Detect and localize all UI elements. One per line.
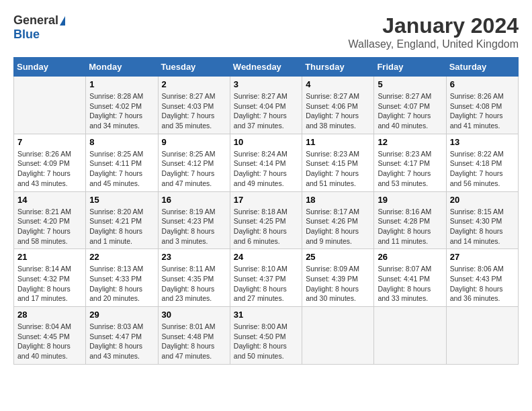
header-day-saturday: Saturday [446, 58, 518, 77]
day-info: Sunrise: 8:28 AMSunset: 4:02 PMDaylight:… [89, 91, 154, 131]
day-number: 6 [450, 79, 515, 89]
day-cell: 4Sunrise: 8:27 AMSunset: 4:06 PMDaylight… [302, 77, 374, 134]
day-info: Sunrise: 8:24 AMSunset: 4:14 PMDaylight:… [234, 149, 298, 189]
month-title: January 2024 [349, 13, 519, 38]
day-number: 5 [378, 79, 442, 89]
day-number: 9 [162, 137, 226, 147]
day-number: 26 [378, 252, 442, 262]
day-info: Sunrise: 8:15 AMSunset: 4:30 PMDaylight:… [450, 207, 515, 246]
day-info: Sunrise: 8:19 AMSunset: 4:23 PMDaylight:… [162, 207, 226, 246]
title-area: January 2024 Wallasey, England, United K… [349, 13, 519, 50]
day-info: Sunrise: 8:23 AMSunset: 4:17 PMDaylight:… [378, 149, 442, 189]
day-info: Sunrise: 8:27 AMSunset: 4:07 PMDaylight:… [378, 91, 442, 131]
day-number: 25 [306, 252, 370, 262]
header: General Blue January 2024 Wallasey, Engl… [13, 13, 519, 50]
day-number: 22 [89, 252, 154, 262]
day-number: 19 [378, 195, 442, 205]
day-cell: 9Sunrise: 8:25 AMSunset: 4:12 PMDaylight… [158, 134, 230, 191]
day-number: 17 [234, 195, 298, 205]
day-number: 7 [17, 137, 82, 147]
day-cell: 15Sunrise: 8:20 AMSunset: 4:21 PMDayligh… [86, 191, 158, 249]
day-number: 12 [378, 137, 442, 147]
day-number: 27 [450, 252, 515, 262]
day-number: 15 [89, 195, 154, 205]
day-number: 31 [234, 310, 298, 320]
day-cell [374, 307, 446, 365]
day-info: Sunrise: 8:27 AMSunset: 4:04 PMDaylight:… [234, 91, 298, 131]
day-info: Sunrise: 8:18 AMSunset: 4:25 PMDaylight:… [234, 207, 298, 246]
day-number: 14 [17, 195, 82, 205]
day-cell: 1Sunrise: 8:28 AMSunset: 4:02 PMDaylight… [86, 77, 158, 134]
day-number: 16 [162, 195, 226, 205]
day-number: 2 [162, 79, 226, 89]
day-info: Sunrise: 8:22 AMSunset: 4:18 PMDaylight:… [450, 149, 515, 189]
day-info: Sunrise: 8:00 AMSunset: 4:50 PMDaylight:… [234, 322, 298, 361]
day-cell: 13Sunrise: 8:22 AMSunset: 4:18 PMDayligh… [446, 134, 518, 191]
day-number: 11 [306, 137, 370, 147]
day-number: 28 [17, 310, 82, 320]
day-cell: 7Sunrise: 8:26 AMSunset: 4:09 PMDaylight… [14, 134, 86, 191]
day-cell: 10Sunrise: 8:24 AMSunset: 4:14 PMDayligh… [230, 134, 302, 191]
day-cell: 14Sunrise: 8:21 AMSunset: 4:20 PMDayligh… [14, 191, 86, 249]
week-row-1: 7Sunrise: 8:26 AMSunset: 4:09 PMDaylight… [14, 134, 519, 191]
logo: General Blue [13, 13, 65, 42]
logo-blue-text: Blue [13, 28, 40, 42]
day-number: 24 [234, 252, 298, 262]
day-info: Sunrise: 8:25 AMSunset: 4:11 PMDaylight:… [89, 149, 154, 189]
week-row-2: 14Sunrise: 8:21 AMSunset: 4:20 PMDayligh… [14, 191, 519, 249]
day-cell: 27Sunrise: 8:06 AMSunset: 4:43 PMDayligh… [446, 249, 518, 307]
day-number: 4 [306, 79, 370, 89]
day-cell: 29Sunrise: 8:03 AMSunset: 4:47 PMDayligh… [86, 307, 158, 365]
day-number: 8 [89, 137, 154, 147]
day-number: 3 [234, 79, 298, 89]
day-number: 29 [89, 310, 154, 320]
day-cell: 3Sunrise: 8:27 AMSunset: 4:04 PMDaylight… [230, 77, 302, 134]
week-row-4: 28Sunrise: 8:04 AMSunset: 4:45 PMDayligh… [14, 307, 519, 365]
day-cell: 31Sunrise: 8:00 AMSunset: 4:50 PMDayligh… [230, 307, 302, 365]
day-info: Sunrise: 8:07 AMSunset: 4:41 PMDaylight:… [378, 264, 442, 304]
day-info: Sunrise: 8:10 AMSunset: 4:37 PMDaylight:… [234, 264, 298, 304]
day-info: Sunrise: 8:04 AMSunset: 4:45 PMDaylight:… [17, 322, 82, 361]
logo-general-text: General [13, 13, 58, 28]
day-info: Sunrise: 8:21 AMSunset: 4:20 PMDaylight:… [17, 207, 82, 246]
day-info: Sunrise: 8:09 AMSunset: 4:39 PMDaylight:… [306, 264, 370, 304]
day-cell [446, 307, 518, 365]
day-info: Sunrise: 8:27 AMSunset: 4:03 PMDaylight:… [162, 91, 226, 131]
week-row-0: 1Sunrise: 8:28 AMSunset: 4:02 PMDaylight… [14, 77, 519, 134]
day-cell: 24Sunrise: 8:10 AMSunset: 4:37 PMDayligh… [230, 249, 302, 307]
day-cell: 12Sunrise: 8:23 AMSunset: 4:17 PMDayligh… [374, 134, 446, 191]
day-cell [14, 77, 86, 134]
day-cell: 6Sunrise: 8:26 AMSunset: 4:08 PMDaylight… [446, 77, 518, 134]
day-number: 1 [89, 79, 154, 89]
day-cell: 26Sunrise: 8:07 AMSunset: 4:41 PMDayligh… [374, 249, 446, 307]
day-cell: 18Sunrise: 8:17 AMSunset: 4:26 PMDayligh… [302, 191, 374, 249]
day-info: Sunrise: 8:16 AMSunset: 4:28 PMDaylight:… [378, 207, 442, 246]
day-cell: 8Sunrise: 8:25 AMSunset: 4:11 PMDaylight… [86, 134, 158, 191]
day-number: 23 [162, 252, 226, 262]
day-number: 18 [306, 195, 370, 205]
day-info: Sunrise: 8:26 AMSunset: 4:08 PMDaylight:… [450, 91, 515, 131]
day-cell: 25Sunrise: 8:09 AMSunset: 4:39 PMDayligh… [302, 249, 374, 307]
day-cell: 16Sunrise: 8:19 AMSunset: 4:23 PMDayligh… [158, 191, 230, 249]
day-number: 10 [234, 137, 298, 147]
header-day-thursday: Thursday [302, 58, 374, 77]
day-info: Sunrise: 8:11 AMSunset: 4:35 PMDaylight:… [162, 264, 226, 304]
day-cell: 23Sunrise: 8:11 AMSunset: 4:35 PMDayligh… [158, 249, 230, 307]
day-cell: 2Sunrise: 8:27 AMSunset: 4:03 PMDaylight… [158, 77, 230, 134]
day-number: 30 [162, 310, 226, 320]
day-cell: 5Sunrise: 8:27 AMSunset: 4:07 PMDaylight… [374, 77, 446, 134]
day-info: Sunrise: 8:01 AMSunset: 4:48 PMDaylight:… [162, 322, 226, 361]
day-info: Sunrise: 8:23 AMSunset: 4:15 PMDaylight:… [306, 149, 370, 189]
day-cell: 20Sunrise: 8:15 AMSunset: 4:30 PMDayligh… [446, 191, 518, 249]
day-cell: 21Sunrise: 8:14 AMSunset: 4:32 PMDayligh… [14, 249, 86, 307]
day-info: Sunrise: 8:14 AMSunset: 4:32 PMDaylight:… [17, 264, 82, 304]
header-day-monday: Monday [86, 58, 158, 77]
day-cell: 11Sunrise: 8:23 AMSunset: 4:15 PMDayligh… [302, 134, 374, 191]
day-number: 21 [17, 252, 82, 262]
day-info: Sunrise: 8:03 AMSunset: 4:47 PMDaylight:… [89, 322, 154, 361]
day-cell: 22Sunrise: 8:13 AMSunset: 4:33 PMDayligh… [86, 249, 158, 307]
day-number: 20 [450, 195, 515, 205]
header-row: SundayMondayTuesdayWednesdayThursdayFrid… [14, 58, 519, 77]
header-day-friday: Friday [374, 58, 446, 77]
day-cell: 30Sunrise: 8:01 AMSunset: 4:48 PMDayligh… [158, 307, 230, 365]
